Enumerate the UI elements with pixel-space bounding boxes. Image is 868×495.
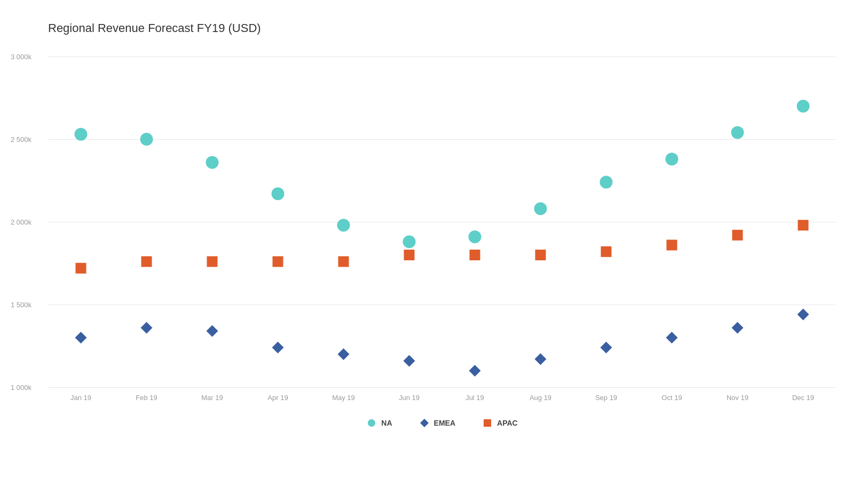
legend-icon-apac	[482, 418, 493, 428]
scatter-plot	[48, 57, 836, 387]
legend-label-emea: EMEA	[434, 419, 455, 427]
x-axis-label: Sep 19	[573, 394, 639, 402]
x-axis-label: Mar 19	[179, 394, 245, 402]
svg-point-0	[368, 419, 375, 427]
legend-icon-emea	[419, 418, 430, 428]
x-axis-label: Apr 19	[245, 394, 311, 402]
x-axis-label: Nov 19	[705, 394, 770, 402]
svg-rect-2	[484, 419, 491, 427]
x-axis-label: Dec 19	[770, 394, 836, 402]
x-axis-label: Aug 19	[508, 394, 573, 402]
scatter-point-emea	[272, 342, 284, 354]
x-axis-label: Jun 19	[376, 394, 442, 402]
scatter-point-apac	[535, 250, 546, 260]
scatter-point-na	[75, 128, 88, 141]
scatter-point-na	[403, 235, 416, 248]
x-axis-label: Feb 19	[114, 394, 179, 402]
scatter-point-na	[731, 126, 744, 139]
y-axis-label: 2 500k	[11, 135, 31, 143]
scatter-point-na	[534, 202, 547, 215]
scatter-point-emea	[338, 348, 350, 360]
scatter-point-apac	[798, 220, 809, 230]
y-axis-label: 1 500k	[11, 301, 31, 309]
scatter-point-emea	[141, 322, 153, 333]
x-axis-label: Jan 19	[48, 394, 114, 402]
scatter-point-na	[337, 219, 350, 231]
scatter-point-apac	[338, 256, 349, 267]
legend-item-apac: APAC	[482, 418, 518, 428]
scatter-point-emea	[535, 353, 547, 365]
scatter-point-emea	[404, 355, 415, 366]
scatter-point-emea	[798, 309, 809, 321]
chart-area: 3 000k2 500k2 000k1 500k1 000k	[48, 57, 836, 387]
scatter-point-emea	[469, 365, 481, 377]
legend-label-na: NA	[381, 419, 392, 427]
x-axis-label: Oct 19	[639, 394, 705, 402]
scatter-point-emea	[732, 322, 744, 333]
chart-title: Regional Revenue Forecast FY19 (USD)	[48, 21, 836, 35]
scatter-point-emea	[601, 342, 612, 354]
scatter-point-emea	[666, 332, 678, 344]
scatter-point-apac	[732, 230, 743, 241]
scatter-point-apac	[76, 263, 86, 274]
x-axis-label: May 19	[311, 394, 376, 402]
chart-container: Regional Revenue Forecast FY19 (USD) 3 0…	[0, 0, 868, 495]
y-axis-label: 3 000k	[11, 53, 31, 61]
scatter-point-na	[206, 156, 219, 169]
x-axis-label: Jul 19	[442, 394, 508, 402]
scatter-point-apac	[470, 250, 480, 260]
scatter-point-apac	[601, 246, 612, 257]
legend-item-na: NA	[366, 418, 392, 428]
scatter-point-apac	[404, 250, 415, 260]
scatter-point-na	[797, 100, 810, 113]
scatter-point-na	[469, 230, 482, 243]
y-axis-label: 1 000k	[11, 384, 31, 392]
svg-marker-1	[420, 419, 429, 427]
scatter-point-apac	[141, 256, 152, 267]
scatter-point-apac	[667, 239, 677, 250]
scatter-point-emea	[207, 325, 218, 337]
scatter-point-emea	[75, 332, 87, 344]
scatter-point-na	[666, 153, 678, 165]
scatter-point-apac	[273, 256, 283, 267]
y-axis-label: 2 000k	[11, 218, 31, 226]
scatter-point-na	[272, 187, 285, 200]
legend-item-emea: EMEA	[419, 418, 455, 428]
scatter-point-na	[140, 133, 153, 146]
grid-line	[48, 387, 836, 388]
legend-label-apac: APAC	[497, 419, 518, 427]
scatter-point-apac	[207, 256, 218, 267]
legend-icon-na	[366, 418, 377, 428]
scatter-point-na	[600, 176, 613, 189]
chart-legend: NAEMEAAPAC	[48, 418, 836, 428]
x-axis-labels: Jan 19Feb 19Mar 19Apr 19May 19Jun 19Jul …	[48, 394, 836, 402]
